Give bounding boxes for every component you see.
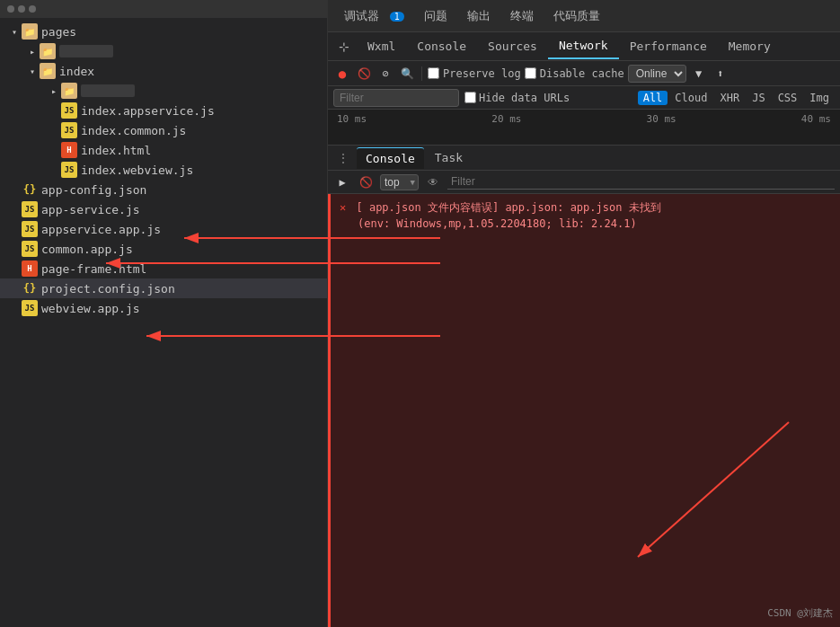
- tree-item-blurred2[interactable]: 📁: [0, 81, 327, 101]
- filter-type-css[interactable]: CSS: [773, 91, 803, 105]
- filter-type-img[interactable]: Img: [804, 91, 835, 105]
- preserve-log-checkbox[interactable]: [428, 67, 439, 79]
- tab-debugger[interactable]: 调试器 1: [335, 3, 413, 30]
- filter-type-all[interactable]: All: [638, 91, 668, 105]
- subtab-performance-label: Performance: [630, 40, 707, 53]
- json-icon-project-config: {}: [22, 280, 38, 296]
- console-tab-task[interactable]: Task: [426, 147, 472, 168]
- tab-terminal-label: 终端: [510, 9, 534, 22]
- subtab-memory-label: Memory: [729, 40, 771, 53]
- right-panel: 调试器 1 问题 输出 终端 代码质量 ⊹ Wxml: [328, 0, 840, 627]
- arrow-blurred2: [47, 84, 61, 98]
- html-icon-index: H: [61, 142, 77, 158]
- subtab-wxml[interactable]: Wxml: [357, 34, 406, 58]
- file-name-appservice-app: appservice.app.js: [41, 223, 327, 236]
- tab-codequality[interactable]: 代码质量: [544, 3, 609, 30]
- subtab-console[interactable]: Console: [406, 34, 477, 58]
- console-filter-input[interactable]: [447, 174, 835, 190]
- subtabs-row: ⊹ Wxml Console Sources Network Performan…: [328, 32, 840, 61]
- js-icon-webview: JS: [61, 162, 77, 178]
- file-name-app-service: app-service.js: [41, 203, 327, 216]
- tab-output-label: 输出: [467, 9, 491, 22]
- leaf-project-config: [7, 281, 22, 296]
- tree-item-app-service-js[interactable]: JS app-service.js: [0, 199, 327, 219]
- subtab-sources[interactable]: Sources: [477, 34, 548, 58]
- preserve-log-label[interactable]: Preserve log: [428, 67, 521, 80]
- block-btn[interactable]: 🚫: [355, 65, 373, 83]
- folder-icon-index: 📁: [40, 63, 56, 79]
- eye-icon[interactable]: 👁: [424, 174, 442, 190]
- file-name-common-app: common.app.js: [41, 243, 327, 256]
- arrow-blurred1: [25, 44, 40, 58]
- tree-item-index-common-js[interactable]: JS index.common.js: [0, 120, 327, 140]
- upload-btn[interactable]: ⬆: [712, 65, 729, 83]
- cursor-icon[interactable]: ⊹: [335, 38, 353, 56]
- arrow-index: [25, 64, 40, 78]
- marker-10ms: 10 ms: [337, 113, 367, 125]
- filter-input[interactable]: [333, 89, 459, 107]
- context-select-wrapper: top ▼: [380, 174, 419, 190]
- disable-cache-label[interactable]: Disable cache: [525, 67, 624, 80]
- filter-type-xhr[interactable]: XHR: [714, 91, 745, 105]
- js-icon-common-app: JS: [22, 241, 38, 257]
- console-toolbar: ▶ 🚫 top ▼ 👁: [328, 171, 840, 194]
- filter-type-cloud[interactable]: Cloud: [669, 91, 712, 105]
- disable-cache-text: Disable cache: [540, 67, 624, 80]
- tab-output[interactable]: 输出: [458, 3, 500, 30]
- tree-item-app-config-json[interactable]: {} app-config.json: [0, 180, 327, 199]
- blurred-label-2: [81, 84, 135, 97]
- error-message: ✕ [ app.json 文件内容错误] app.json: app.json …: [328, 194, 840, 627]
- tab-issues[interactable]: 问题: [415, 3, 456, 30]
- tree-item-index[interactable]: 📁 index: [0, 61, 327, 81]
- tree-item-webview-app-js[interactable]: JS webview.app.js: [0, 298, 327, 318]
- dot2: [18, 5, 25, 13]
- online-select[interactable]: Online: [628, 65, 686, 83]
- error-text: [ app.json 文件内容错误] app.json: app.json 未找…: [356, 201, 660, 214]
- marker-30ms: 30 ms: [647, 113, 676, 125]
- tree-item-index-webview-js[interactable]: JS index.webview.js: [0, 160, 327, 180]
- leaf-page-frame: [7, 261, 22, 276]
- tree-item-pages[interactable]: 📁 pages: [0, 22, 327, 41]
- network-toolbar: ● 🚫 ⊘ 🔍 Preserve log Disable cache Onlin…: [328, 61, 840, 86]
- console-tab-console-label: Console: [366, 152, 415, 165]
- file-name-webview-app: webview.app.js: [41, 302, 327, 315]
- console-dots[interactable]: ⋮: [332, 151, 355, 165]
- console-tab-console[interactable]: Console: [357, 147, 424, 169]
- hide-data-urls-label[interactable]: Hide data URLs: [464, 92, 570, 104]
- tree-item-index-appservice-js[interactable]: JS index.appservice.js: [0, 101, 327, 120]
- arrow-pages: [7, 24, 22, 39]
- dropdown-btn[interactable]: ▼: [690, 65, 708, 83]
- search-btn[interactable]: 🔍: [398, 65, 416, 83]
- tree-item-blurred1[interactable]: 📁: [0, 41, 327, 61]
- leaf-index-webview-js: [47, 163, 61, 177]
- hide-data-urls-checkbox[interactable]: [464, 92, 476, 103]
- record-btn[interactable]: ●: [333, 65, 351, 83]
- disable-cache-checkbox[interactable]: [525, 67, 536, 79]
- leaf-appservice-app: [7, 222, 22, 236]
- subtab-memory[interactable]: Memory: [718, 34, 782, 58]
- console-record-btn[interactable]: ▶: [333, 173, 351, 191]
- filter-type-js[interactable]: JS: [747, 91, 770, 105]
- blurred-label-1: [59, 45, 113, 57]
- tree-item-appservice-app-js[interactable]: JS appservice.app.js: [0, 219, 327, 239]
- tree-item-index-html[interactable]: H index.html: [0, 140, 327, 160]
- context-select[interactable]: top: [380, 174, 419, 190]
- tab-debugger-badge: 1: [390, 12, 404, 22]
- tree-item-common-app-js[interactable]: JS common.app.js: [0, 239, 327, 259]
- js-icon-app-service: JS: [22, 201, 38, 217]
- titlebar-dots: [7, 5, 36, 13]
- tab-terminal[interactable]: 终端: [501, 3, 543, 30]
- watermark: CSDN @刘建杰: [767, 606, 833, 620]
- subtab-network[interactable]: Network: [548, 33, 619, 59]
- filter-btn[interactable]: ⊘: [376, 65, 394, 83]
- tab-issues-label: 问题: [424, 9, 447, 22]
- leaf-index-appservice-js: [47, 103, 61, 118]
- console-block-btn[interactable]: 🚫: [357, 173, 375, 191]
- devtools-tabs: 调试器 1 问题 输出 终端 代码质量: [328, 0, 840, 32]
- tree-item-page-frame-html[interactable]: H page-frame.html: [0, 259, 327, 278]
- subtab-performance[interactable]: Performance: [619, 34, 718, 58]
- tree-item-project-config-json[interactable]: {} project.config.json: [0, 278, 327, 298]
- screenshot-container: 📁 pages 📁 📁 index 📁: [0, 0, 840, 627]
- html-icon-page-frame: H: [22, 261, 38, 277]
- file-name-project-config: project.config.json: [41, 282, 327, 296]
